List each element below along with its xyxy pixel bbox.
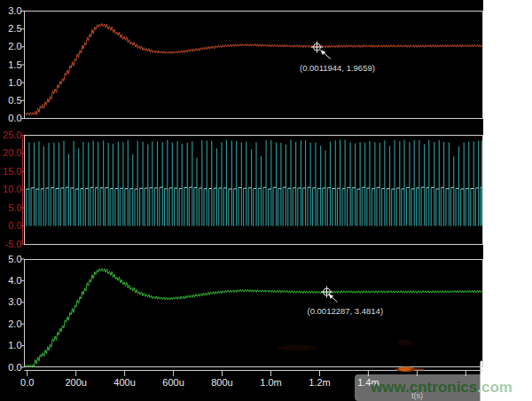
- svg-text:0.0: 0.0: [8, 362, 21, 373]
- svg-text:0.0: 0.0: [20, 377, 34, 388]
- svg-text:10.0: 10.0: [3, 184, 21, 194]
- svg-text:2.0: 2.0: [8, 41, 21, 51]
- svg-text:1.0m: 1.0m: [260, 377, 281, 388]
- svg-text:3.0: 3.0: [8, 5, 21, 16]
- svg-text:t(s): t(s): [411, 391, 423, 400]
- svg-text:400u: 400u: [113, 377, 135, 388]
- svg-text:1.0: 1.0: [8, 77, 21, 88]
- svg-text:5.0: 5.0: [8, 202, 21, 213]
- svg-text:0.5: 0.5: [8, 95, 21, 106]
- svg-text:20.0: 20.0: [3, 147, 21, 158]
- svg-text:800u: 800u: [211, 377, 232, 388]
- svg-text:0.0: 0.0: [8, 113, 21, 123]
- svg-text:2.5: 2.5: [8, 23, 21, 34]
- svg-text:15.0: 15.0: [3, 166, 21, 177]
- svg-text:3.0: 3.0: [8, 296, 21, 307]
- svg-text:(0.0011944, 1.9659): (0.0011944, 1.9659): [300, 63, 375, 73]
- svg-text:1.2m: 1.2m: [309, 377, 330, 388]
- svg-text:25.0: 25.0: [3, 130, 21, 140]
- svg-text:600u: 600u: [162, 377, 184, 388]
- svg-text:-5.0: -5.0: [5, 239, 22, 249]
- svg-text:www.cntronics.com: www.cntronics.com: [370, 379, 512, 396]
- svg-text:(0.0012287, 3.4814): (0.0012287, 3.4814): [308, 306, 384, 316]
- svg-text:0.0: 0.0: [8, 220, 21, 231]
- svg-text:1.0: 1.0: [8, 340, 21, 350]
- svg-text:200u: 200u: [65, 377, 86, 388]
- svg-text:5.0: 5.0: [8, 254, 21, 264]
- svg-text:2.0: 2.0: [8, 318, 21, 329]
- svg-text:1.5: 1.5: [8, 59, 21, 70]
- svg-text:4.0: 4.0: [8, 275, 21, 286]
